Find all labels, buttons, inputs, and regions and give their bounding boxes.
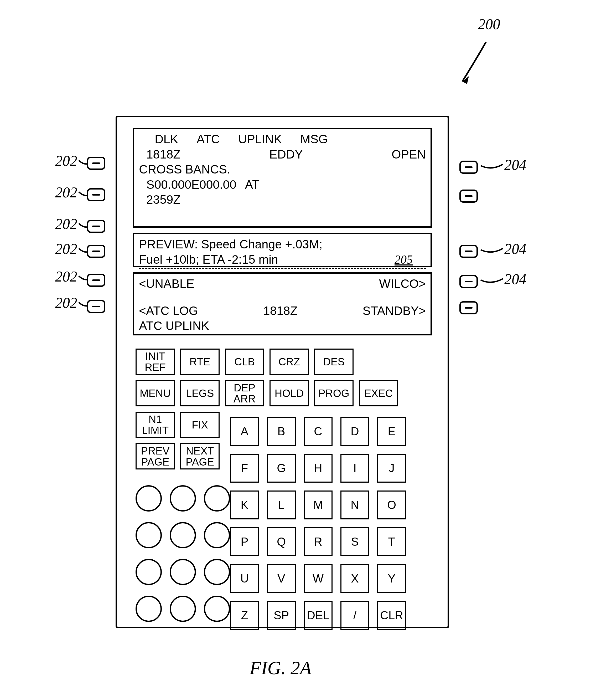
numeric-key-7[interactable] [170,559,196,585]
hdr-dlk: DLK [155,132,178,147]
alpha-key-b[interactable]: B [267,417,296,446]
key-legs[interactable]: LEGS [180,380,219,406]
alpha-key-j[interactable]: J [377,454,406,483]
ref-202-l5: 202 [55,268,77,285]
alpha-key-d[interactable]: D [340,417,369,446]
alpha-key-sp[interactable]: SP [267,601,296,630]
resp-standby: STANDBY> [362,303,426,319]
alpha-key-z[interactable]: Z [230,601,259,630]
alpha-key-r[interactable]: R [304,527,333,556]
alpha-keypad: ABCDEFGHIJKLMNOPQRSTUVWXYZSPDEL/CLR [230,417,406,630]
key-blank [359,349,398,375]
numeric-key-2[interactable] [204,485,230,511]
numeric-key-10[interactable] [170,596,196,622]
alpha-key-h[interactable]: H [304,454,333,483]
key-hold[interactable]: HOLD [269,380,309,406]
disp-at: AT [245,178,260,191]
cdu-device: DLK ATC UPLINK MSG 1818Z EDDY OPEN CROSS… [115,116,449,628]
key-des[interactable]: DES [314,349,354,375]
disp-time2: 2359Z [139,192,426,207]
alpha-key-u[interactable]: U [230,564,259,593]
key-prog[interactable]: PROG [314,380,354,406]
alpha-key-i[interactable]: I [340,454,369,483]
alpha-key-e[interactable]: E [377,417,406,446]
alpha-key-w[interactable]: W [304,564,333,593]
display-main: DLK ATC UPLINK MSG 1818Z EDDY OPEN CROSS… [133,128,432,228]
hdr-msg: MSG [300,132,328,147]
function-key-grid-2: N1LIMIT FIX PREVPAGE NEXTPAGE [135,411,219,470]
figure-caption: FIG. 2A [250,657,312,679]
key-clb[interactable]: CLB [225,349,264,375]
lsk-l3[interactable] [87,220,105,233]
lsk-r2[interactable] [460,190,478,203]
alpha-key-g[interactable]: G [267,454,296,483]
key-menu[interactable]: MENU [135,380,175,406]
key-prev-page[interactable]: PREVPAGE [135,443,175,470]
resp-wilco: WILCO> [379,276,426,292]
alpha-key-m[interactable]: M [304,491,333,519]
alpha-key-y[interactable]: Y [377,564,406,593]
key-dep-arr[interactable]: DEPARR [225,380,264,406]
numeric-key-11[interactable] [204,596,230,622]
key-next-page[interactable]: NEXTPAGE [180,443,219,470]
lsk-l2[interactable] [87,188,105,201]
ref-202-l4: 202 [55,241,77,257]
key-fix[interactable]: FIX [180,411,219,438]
numeric-key-1[interactable] [170,485,196,511]
key-crz[interactable]: CRZ [269,349,309,375]
lead-line [481,243,504,256]
alpha-key-k[interactable]: K [230,491,259,519]
lsk-r1[interactable] [460,160,478,174]
key-exec[interactable]: EXEC [359,380,398,406]
lsk-l5[interactable] [87,274,105,287]
disp-open: OPEN [392,147,426,162]
alpha-key-x[interactable]: X [340,564,369,593]
key-n1-limit[interactable]: N1LIMIT [135,411,175,438]
alpha-key-slash[interactable]: / [340,601,369,630]
alpha-key-s[interactable]: S [340,527,369,556]
display-responses: <UNABLE WILCO> <ATC LOG 1818Z STANDBY> A… [133,272,432,335]
hdr-uplink: UPLINK [238,132,282,147]
ref-202-l2: 202 [55,184,77,201]
alpha-key-o[interactable]: O [377,491,406,519]
alpha-key-clr[interactable]: CLR [377,601,406,630]
ref-202-l1: 202 [55,152,77,169]
numeric-key-8[interactable] [204,559,230,585]
preview-line1: PREVIEW: Speed Change +.03M; [139,237,426,252]
lsk-r5[interactable] [460,301,478,315]
resp-time: 1818Z [263,303,297,319]
lead-line [481,273,504,286]
disp-coords: S00.000E000.00 [139,178,236,191]
numeric-key-0[interactable] [135,485,162,511]
lead-line [481,159,504,172]
ref-204-r1: 204 [504,156,526,173]
alpha-key-q[interactable]: Q [267,527,296,556]
alpha-key-del[interactable]: DEL [304,601,333,630]
numeric-key-3[interactable] [135,522,162,548]
ref-200-arrow [455,40,496,87]
lsk-r4[interactable] [460,275,478,288]
key-init-ref[interactable]: INITREF [135,349,175,375]
resp-unable: <UNABLE [139,276,195,292]
preview-line2: Fuel +10lb; ETA -2:15 min [139,252,278,267]
lsk-r3[interactable] [460,245,478,258]
ref-202-l6: 202 [55,294,77,311]
numeric-key-6[interactable] [135,559,162,585]
numeric-keypad [135,485,230,622]
key-rte[interactable]: RTE [180,349,219,375]
numeric-key-4[interactable] [170,522,196,548]
lsk-l1[interactable] [87,157,105,170]
lsk-l6[interactable] [87,300,105,313]
numeric-key-9[interactable] [135,596,162,622]
alpha-key-t[interactable]: T [377,527,406,556]
disp-cross: CROSS BANCS. [139,162,426,177]
alpha-key-f[interactable]: F [230,454,259,483]
alpha-key-a[interactable]: A [230,417,259,446]
alpha-key-p[interactable]: P [230,527,259,556]
lsk-l4[interactable] [87,245,105,258]
numeric-key-5[interactable] [204,522,230,548]
alpha-key-v[interactable]: V [267,564,296,593]
alpha-key-n[interactable]: N [340,491,369,519]
alpha-key-l[interactable]: L [267,491,296,519]
alpha-key-c[interactable]: C [304,417,333,446]
